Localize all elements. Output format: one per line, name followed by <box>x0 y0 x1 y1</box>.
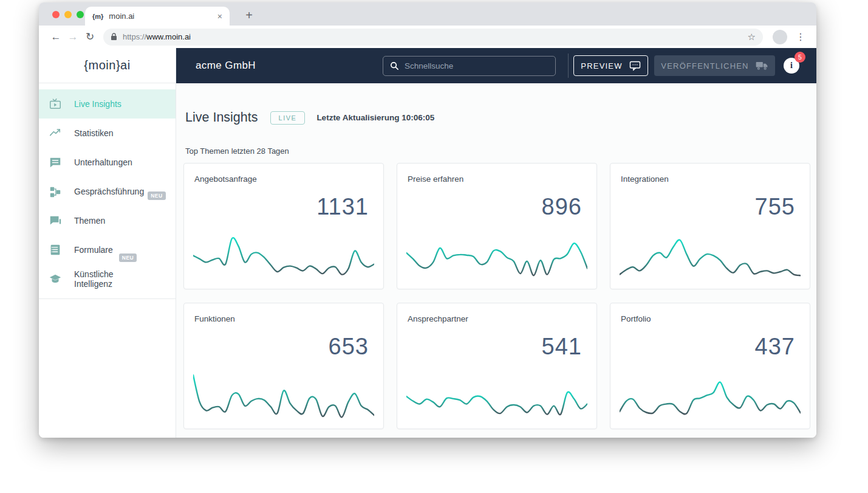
back-icon[interactable]: ← <box>47 31 64 43</box>
sidebar-item-label: Formulare <box>74 245 113 255</box>
card-value: 653 <box>329 334 369 360</box>
search-input[interactable] <box>405 61 548 71</box>
line-chart-icon <box>49 126 62 140</box>
sidebar-item-label: Unterhaltungen <box>74 157 132 167</box>
sparkline-chart <box>406 371 587 422</box>
card-title: Angebotsanfrage <box>194 174 257 184</box>
chat-lines-icon <box>49 156 62 169</box>
sidebar-item-label: Themen <box>74 216 105 226</box>
organization-name: acme GmbH <box>196 60 256 72</box>
browser-toolbar: ← → ↻ https://www.moin.ai ☆ ⋮ <box>39 26 816 48</box>
card-title: Funktionen <box>194 314 235 323</box>
topic-card-portfolio: Portfolio 437 <box>610 303 810 429</box>
topic-card-integrationen: Integrationen 755 <box>610 163 810 289</box>
topic-card-ansprechpartner: Ansprechpartner 541 <box>397 303 597 429</box>
chat-bubble-icon <box>629 61 641 71</box>
address-bar[interactable]: https://www.moin.ai ☆ <box>103 29 763 46</box>
sidebar-item-unterhaltungen[interactable]: Unterhaltungen <box>39 148 176 177</box>
topics-grid: Angebotsanfrage 1131 Preise erfahren 896… <box>183 163 810 429</box>
info-button[interactable]: i 5 <box>784 58 799 74</box>
sidebar-item-themen[interactable]: Themen <box>39 206 176 235</box>
sidebar: {moin}ai Live Insights Statistiken <box>39 48 176 438</box>
sidebar-nav: Live Insights Statistiken Unterhaltungen <box>39 83 176 299</box>
reload-icon[interactable]: ↻ <box>81 30 98 43</box>
header-divider <box>568 53 569 78</box>
neu-badge: NEU <box>119 253 137 263</box>
sparkline-chart <box>193 371 374 422</box>
tab-close-icon[interactable]: × <box>217 12 222 21</box>
truck-icon <box>756 61 768 71</box>
sidebar-item-statistiken[interactable]: Statistiken <box>39 119 176 148</box>
browser-tabstrip: {m} moin.ai × + <box>39 2 816 26</box>
close-window-button[interactable] <box>52 11 60 18</box>
page-title: Live Insights <box>185 110 258 125</box>
app-header: acme GmbH PREVIEW <box>176 48 816 83</box>
card-title: Integrationen <box>621 174 669 184</box>
card-title: Ansprechpartner <box>408 314 468 323</box>
topic-card-angebotsanfrage: Angebotsanfrage 1131 <box>183 163 384 289</box>
sidebar-item-label: Live Insights <box>74 99 121 109</box>
url-scheme: https:// <box>123 32 146 41</box>
form-icon <box>49 243 62 257</box>
new-tab-button[interactable]: + <box>242 9 256 22</box>
tab-title: moin.ai <box>109 12 217 21</box>
sparkline-chart <box>193 231 374 282</box>
desktop: {m} moin.ai × + ← → ↻ https://www.moin.a… <box>0 0 868 493</box>
browser-window: {m} moin.ai × + ← → ↻ https://www.moin.a… <box>39 2 816 438</box>
publish-button[interactable]: VERÖFFENTLICHEN <box>654 55 775 76</box>
sidebar-item-gespraechsfuehrung[interactable]: GesprächsführungNEU <box>39 177 176 206</box>
sidebar-item-kuenstliche-intelligenz[interactable]: Künstliche Intelligenz <box>39 264 176 294</box>
search-icon <box>390 61 399 71</box>
preview-label: PREVIEW <box>581 61 622 71</box>
chats-icon <box>49 214 62 227</box>
sidebar-item-label: Künstliche Intelligenz <box>74 269 153 289</box>
graduation-cap-icon <box>49 272 62 286</box>
sidebar-item-formulare[interactable]: FormulareNEU <box>39 235 176 264</box>
section-title: Top Themen letzten 28 Tagen <box>185 147 289 156</box>
minimize-window-button[interactable] <box>64 11 72 18</box>
content-column: acme GmbH PREVIEW <box>176 48 816 438</box>
publish-label: VERÖFFENTLICHEN <box>661 61 748 71</box>
card-value: 1131 <box>316 194 369 220</box>
moinai-logo: {moin}ai <box>39 48 176 83</box>
sidebar-item-label: Gesprächsführung <box>74 187 144 196</box>
last-updated-text: Letzte Aktualisierung 10:06:05 <box>316 113 434 122</box>
bookmark-star-icon[interactable]: ☆ <box>748 32 756 43</box>
neu-badge: NEU <box>148 191 165 201</box>
browser-menu-icon[interactable]: ⋮ <box>793 31 808 43</box>
quick-search[interactable] <box>383 56 556 76</box>
fullscreen-window-button[interactable] <box>77 11 84 18</box>
browser-tab[interactable]: {m} moin.ai × <box>85 7 230 26</box>
card-value: 755 <box>755 194 795 220</box>
preview-button[interactable]: PREVIEW <box>573 55 648 76</box>
sparkline-chart <box>406 231 587 282</box>
card-title: Preise erfahren <box>408 174 463 184</box>
url-text: https://www.moin.ai <box>123 32 191 41</box>
sparkline-chart <box>620 371 801 422</box>
topic-card-funktionen: Funktionen 653 <box>183 303 384 429</box>
lock-icon <box>111 33 117 41</box>
page-title-row: Live Insights LIVE Letzte Aktualisierung… <box>185 110 434 125</box>
sparkline-chart <box>620 231 801 282</box>
notification-badge: 5 <box>795 52 805 63</box>
tv-icon <box>49 97 62 111</box>
main-content: Live Insights LIVE Letzte Aktualisierung… <box>176 83 816 438</box>
card-value: 437 <box>755 334 795 360</box>
topic-card-preise-erfahren: Preise erfahren 896 <box>397 163 597 289</box>
card-value: 896 <box>542 194 582 220</box>
url-host: www.moin.ai <box>146 32 191 41</box>
live-badge: LIVE <box>270 111 306 125</box>
forward-icon[interactable]: → <box>64 31 81 43</box>
card-value: 541 <box>542 334 582 360</box>
window-controls <box>52 11 84 18</box>
flow-icon <box>49 185 62 198</box>
tab-favicon-icon: {m} <box>92 13 103 20</box>
card-title: Portfolio <box>621 314 651 323</box>
profile-avatar[interactable] <box>773 30 787 44</box>
sidebar-item-live-insights[interactable]: Live Insights <box>39 89 176 119</box>
sidebar-divider <box>39 298 176 299</box>
app-root: {moin}ai Live Insights Statistiken <box>39 48 816 438</box>
sidebar-item-label: Statistiken <box>74 128 114 138</box>
